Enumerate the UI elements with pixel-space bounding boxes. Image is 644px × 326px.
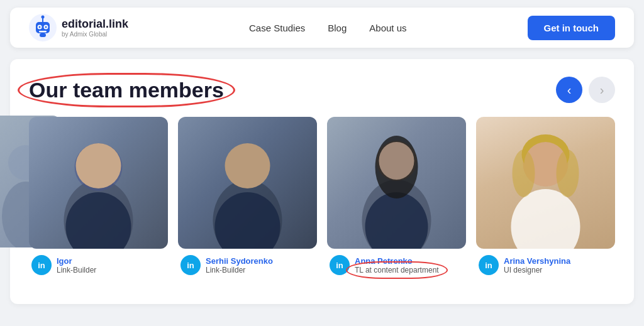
member-role: Link-Builder: [57, 266, 96, 274]
linkedin-button[interactable]: in: [31, 255, 52, 275]
svg-point-23: [379, 142, 414, 180]
linkedin-button[interactable]: in: [180, 255, 201, 275]
member-info: in Arina Vershynina UI designer: [476, 249, 615, 275]
member-role: Link-Builder: [206, 266, 273, 274]
nav-blog[interactable]: Blog: [328, 23, 347, 33]
member-name: Igor: [57, 256, 96, 266]
svg-point-29: [557, 149, 579, 197]
svg-point-15: [76, 143, 121, 188]
member-role: UI designer: [504, 266, 570, 274]
section-title: Our team members: [29, 78, 224, 102]
member-photo: [178, 117, 317, 249]
member-info: in Anna Petrenko TL at content departmen…: [327, 249, 466, 275]
member-info: in Igor Link-Builder: [29, 249, 168, 275]
site-header: editorial.link by Admix Global Case Stud…: [10, 8, 634, 48]
member-card: in Arina Vershynina UI designer: [476, 117, 615, 275]
svg-point-6: [39, 26, 41, 28]
member-photo: [327, 117, 466, 249]
linkedin-button[interactable]: in: [479, 255, 499, 275]
member-photo: [29, 117, 168, 249]
svg-point-17: [225, 143, 270, 188]
logo-sub: by Admix Global: [62, 31, 128, 38]
member-details: Anna Petrenko TL at content department: [355, 256, 439, 274]
member-card: in Serhii Sydorenko Link-Builder: [178, 117, 317, 275]
svg-point-2: [42, 16, 45, 19]
nav-case-studies[interactable]: Case Studies: [249, 23, 305, 33]
member-name: Serhii Sydorenko: [206, 256, 273, 266]
member-name: Anna Petrenko: [355, 256, 439, 266]
logo-name: editorial.link: [62, 18, 128, 31]
member-role-highlighted: TL at content department: [355, 266, 439, 274]
svg-rect-9: [40, 33, 46, 37]
nav-about-us[interactable]: About us: [369, 23, 406, 33]
member-details: Arina Vershynina UI designer: [504, 256, 570, 274]
svg-point-24: [511, 189, 580, 249]
member-info: in Serhii Sydorenko Link-Builder: [178, 249, 317, 275]
prev-arrow-button[interactable]: ‹: [556, 77, 582, 103]
member-details: Serhii Sydorenko Link-Builder: [206, 256, 273, 274]
member-details: Igor Link-Builder: [57, 256, 96, 274]
member-card: in Igor Link-Builder: [29, 117, 168, 275]
svg-point-7: [45, 26, 47, 28]
member-photo: [476, 117, 615, 249]
get-in-touch-button[interactable]: Get in touch: [528, 16, 616, 40]
carousel-controls: ‹ ›: [556, 77, 615, 103]
main-content: Our team members ‹ › in Igor: [10, 59, 634, 304]
next-arrow-button[interactable]: ›: [589, 77, 615, 103]
section-header: Our team members ‹ ›: [29, 77, 615, 103]
svg-point-28: [513, 149, 535, 197]
team-members-grid: in Igor Link-Builder in Serhii Sydorenko: [29, 117, 615, 275]
section-title-wrapper: Our team members: [29, 78, 224, 102]
svg-rect-8: [39, 31, 47, 33]
member-card: in Anna Petrenko TL at content departmen…: [327, 117, 466, 275]
linkedin-button[interactable]: in: [330, 255, 350, 275]
logo-icon: [29, 14, 57, 41]
main-nav: Case Studies Blog About us: [249, 23, 406, 33]
logo-area: editorial.link by Admix Global: [29, 14, 128, 41]
logo-text: editorial.link by Admix Global: [62, 18, 128, 38]
member-name: Arina Vershynina: [504, 256, 570, 266]
